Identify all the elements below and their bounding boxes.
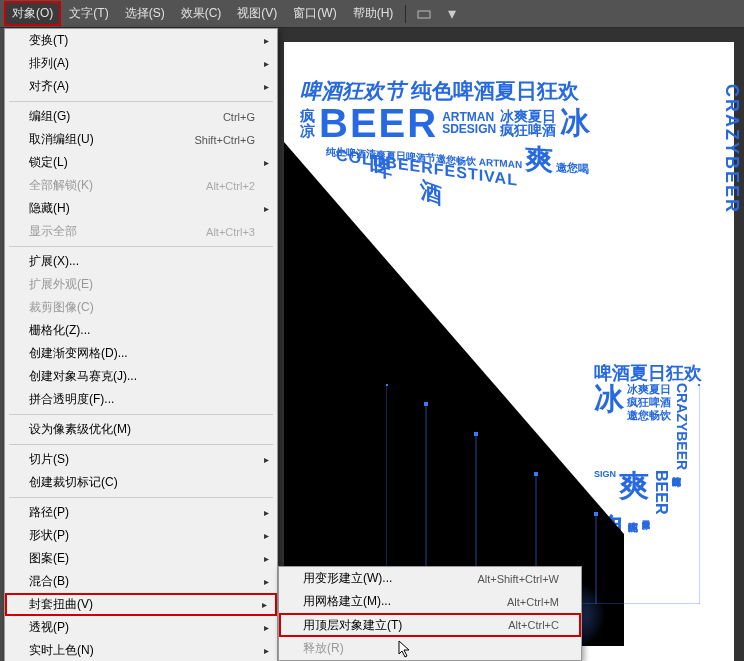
- menu-item[interactable]: 隐藏(H): [5, 197, 277, 220]
- menu-label: 透视(P): [29, 619, 255, 636]
- svg-rect-9: [424, 402, 428, 406]
- menu-item[interactable]: 锁定(L): [5, 151, 277, 174]
- cursor-icon: [398, 640, 414, 661]
- menu-label: 裁剪图像(C): [29, 299, 255, 316]
- menu-label: 锁定(L): [29, 154, 255, 171]
- toolbar-dropdown-icon[interactable]: ▾: [441, 5, 463, 23]
- menu-label: 切片(S): [29, 451, 255, 468]
- menu-item[interactable]: 透视(P): [5, 616, 277, 639]
- svg-rect-11: [534, 472, 538, 476]
- menu-separator: [9, 101, 273, 102]
- menu-label: 全部解锁(K): [29, 177, 206, 194]
- menu-item[interactable]: 形状(P): [5, 524, 277, 547]
- submenu-shortcut: Alt+Ctrl+M: [507, 596, 559, 608]
- menu-label: 创建裁切标记(C): [29, 474, 255, 491]
- menu-label: 实时上色(N): [29, 642, 255, 659]
- menu-item[interactable]: 路径(P): [5, 501, 277, 524]
- menu-shortcut: Alt+Ctrl+3: [206, 226, 255, 238]
- menu-help[interactable]: 帮助(H): [345, 1, 402, 26]
- menu-item[interactable]: 变换(T): [5, 29, 277, 52]
- menu-label: 编组(G): [29, 108, 223, 125]
- menu-label: 取消编组(U): [29, 131, 194, 148]
- menu-shortcut: Shift+Ctrl+G: [194, 134, 255, 146]
- menu-item: 裁剪图像(C): [5, 296, 277, 319]
- menu-separator: [9, 414, 273, 415]
- submenu-shortcut: Alt+Shift+Ctrl+W: [477, 573, 559, 585]
- menu-label: 拼合透明度(F)...: [29, 391, 255, 408]
- menu-separator: [9, 246, 273, 247]
- menu-item[interactable]: 混合(B): [5, 570, 277, 593]
- menu-shortcut: Alt+Ctrl+2: [206, 180, 255, 192]
- submenu-item[interactable]: 用网格建立(M)...Alt+Ctrl+M: [279, 590, 581, 613]
- menu-label: 栅格化(Z)...: [29, 322, 255, 339]
- submenu-label: 释放(R): [303, 640, 559, 657]
- menu-item[interactable]: 取消编组(U)Shift+Ctrl+G: [5, 128, 277, 151]
- submenu-label: 用网格建立(M)...: [303, 593, 507, 610]
- svg-rect-10: [474, 432, 478, 436]
- menu-item[interactable]: 创建裁切标记(C): [5, 471, 277, 494]
- menu-item[interactable]: 创建对象马赛克(J)...: [5, 365, 277, 388]
- submenu-item[interactable]: 用顶层对象建立(T)Alt+Ctrl+C: [279, 613, 581, 637]
- menu-item[interactable]: 图案(E): [5, 547, 277, 570]
- menu-item[interactable]: 创建渐变网格(D)...: [5, 342, 277, 365]
- menu-view[interactable]: 视图(V): [229, 1, 285, 26]
- menu-item: 全部解锁(K)Alt+Ctrl+2: [5, 174, 277, 197]
- menu-select[interactable]: 选择(S): [117, 1, 173, 26]
- menu-label: 显示全部: [29, 223, 206, 240]
- submenu-shortcut: Alt+Ctrl+C: [508, 619, 559, 631]
- divider: [405, 5, 406, 23]
- submenu-label: 用顶层对象建立(T): [303, 617, 508, 634]
- svg-rect-12: [594, 512, 598, 516]
- vertical-text-crazy: CRAZYBEER: [721, 84, 742, 214]
- submenu-item: 释放(R): [279, 637, 581, 660]
- envelope-submenu: 用变形建立(W)...Alt+Shift+Ctrl+W用网格建立(M)...Al…: [278, 566, 582, 661]
- menu-label: 排列(A): [29, 55, 255, 72]
- menu-item[interactable]: 对齐(A): [5, 75, 277, 98]
- menu-label: 创建渐变网格(D)...: [29, 345, 255, 362]
- menu-label: 扩展(X)...: [29, 253, 255, 270]
- menu-separator: [9, 497, 273, 498]
- menu-label: 设为像素级优化(M): [29, 421, 255, 438]
- menu-item[interactable]: 设为像素级优化(M): [5, 418, 277, 441]
- menu-item[interactable]: 拼合透明度(F)...: [5, 388, 277, 411]
- menu-item: 显示全部Alt+Ctrl+3: [5, 220, 277, 243]
- menu-label: 形状(P): [29, 527, 255, 544]
- menu-text[interactable]: 文字(T): [61, 1, 116, 26]
- toolbar-icon-1[interactable]: [413, 5, 435, 23]
- menu-shortcut: Ctrl+G: [223, 111, 255, 123]
- menu-object[interactable]: 对象(O): [4, 1, 61, 26]
- submenu-item[interactable]: 用变形建立(W)...Alt+Shift+Ctrl+W: [279, 567, 581, 590]
- menu-label: 扩展外观(E): [29, 276, 255, 293]
- svg-rect-0: [418, 11, 430, 18]
- menu-item[interactable]: 编组(G)Ctrl+G: [5, 105, 277, 128]
- menu-label: 封套扭曲(V): [29, 596, 255, 613]
- menu-window[interactable]: 窗口(W): [285, 1, 344, 26]
- menubar: 对象(O) 文字(T) 选择(S) 效果(C) 视图(V) 窗口(W) 帮助(H…: [0, 0, 744, 28]
- menu-separator: [9, 444, 273, 445]
- menu-item[interactable]: 切片(S): [5, 448, 277, 471]
- menu-item[interactable]: 扩展(X)...: [5, 250, 277, 273]
- menu-label: 对齐(A): [29, 78, 255, 95]
- menu-label: 隐藏(H): [29, 200, 255, 217]
- menu-label: 路径(P): [29, 504, 255, 521]
- menu-item: 扩展外观(E): [5, 273, 277, 296]
- menu-label: 变换(T): [29, 32, 255, 49]
- menu-label: 混合(B): [29, 573, 255, 590]
- menu-effect[interactable]: 效果(C): [173, 1, 230, 26]
- menu-label: 创建对象马赛克(J)...: [29, 368, 255, 385]
- menu-item[interactable]: 栅格化(Z)...: [5, 319, 277, 342]
- svg-rect-8: [386, 384, 388, 386]
- svg-rect-13: [698, 384, 700, 386]
- object-menu: 变换(T)排列(A)对齐(A)编组(G)Ctrl+G取消编组(U)Shift+C…: [4, 28, 278, 661]
- menu-item[interactable]: 排列(A): [5, 52, 277, 75]
- menu-label: 图案(E): [29, 550, 255, 567]
- submenu-label: 用变形建立(W)...: [303, 570, 477, 587]
- menu-item[interactable]: 封套扭曲(V): [5, 593, 277, 616]
- menu-item[interactable]: 实时上色(N): [5, 639, 277, 661]
